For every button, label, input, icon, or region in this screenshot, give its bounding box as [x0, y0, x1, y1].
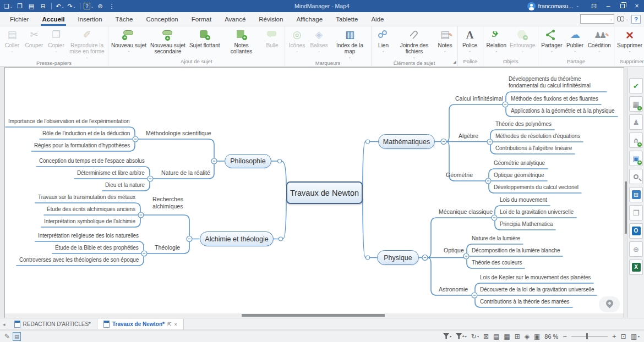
leaf-topic[interactable]: Travaux sur la transmutation des métaux — [38, 194, 135, 201]
new-document-button[interactable]: ❏⌄ — [3, 1, 14, 11]
subtopic-theologie[interactable]: Théologie — [155, 244, 180, 251]
leaf-topic[interactable]: Développements du calcul vectoriel — [494, 184, 578, 191]
coedition-button[interactable]: ♟♟✎Coédition⌄ — [586, 28, 613, 53]
leaf-topic[interactable]: Applications à la géométrie et à la phys… — [511, 107, 615, 114]
leaf-topic[interactable]: Lois du mouvement — [500, 196, 547, 203]
main-topic-mathematiques[interactable]: Mathématiques — [378, 134, 435, 149]
subtopic-methodologie-scientifique[interactable]: Méthodologie scientifique — [146, 130, 211, 137]
search-button[interactable] — [629, 169, 643, 184]
tab-aide[interactable]: Aide — [364, 12, 390, 26]
leaf-topic[interactable]: Contributions à la théorie des marées — [480, 298, 570, 305]
add-task-info-button[interactable]: ▦+ — [629, 96, 643, 112]
add-image-button[interactable]: ▣+ — [629, 151, 643, 166]
tab-format[interactable]: Format — [185, 12, 218, 26]
leaf-topic[interactable]: Importance de l'observation et de l'expé… — [8, 118, 130, 125]
leaf-topic[interactable]: Rôle de l'induction et de la déduction — [42, 130, 130, 137]
main-topic-philosophie[interactable]: Philosophie — [225, 154, 271, 168]
select-tool-button[interactable]: ⊠ — [483, 333, 489, 340]
dialog-launcher-icon[interactable]: ◢ — [453, 60, 456, 64]
tab-tablette[interactable]: Tablette — [329, 12, 364, 26]
more-commands-button[interactable]: ⋮ — [106, 1, 117, 11]
leaf-topic[interactable]: Règles pour la formulation d'hypothèses — [34, 142, 130, 149]
tab-insertion[interactable]: Insertion — [71, 12, 108, 26]
subtopic-algebre[interactable]: Algèbre — [459, 133, 478, 140]
tags-panel-button[interactable]: ◈ — [525, 333, 530, 340]
zoom-out-button[interactable]: − — [563, 332, 567, 340]
outlook-button[interactable]: O — [629, 223, 643, 239]
leaf-topic[interactable]: Théorie des polynômes — [495, 120, 552, 128]
save-button[interactable]: ▤ — [26, 1, 37, 11]
leaf-topic[interactable]: Controverses avec les théologiens de son… — [19, 256, 139, 263]
police-button[interactable]: APolice⌄ — [459, 28, 481, 53]
tab-affichage[interactable]: Affichage — [290, 12, 329, 26]
subtopic-calcul-infinitesimal[interactable]: Calcul infinitésimal — [455, 95, 503, 102]
horizontal-scrollbar[interactable] — [242, 314, 385, 317]
ribbon-search-box[interactable]: ⌄ — [580, 14, 614, 24]
find-binoculars-icon[interactable]: ⌄ — [617, 16, 629, 21]
print-button[interactable]: ⊟ — [37, 1, 48, 11]
leaf-topic[interactable]: Optique géométrique — [494, 172, 544, 179]
leaf-topic[interactable]: Contributions à l'algèbre linéaire — [495, 145, 572, 152]
leaf-topic[interactable]: Étude des écrits alchimiques anciens — [47, 206, 135, 213]
leaf-topic[interactable]: Déterminisme et libre arbitre — [77, 169, 145, 176]
float-tab-icon[interactable]: ⇱ — [167, 322, 172, 327]
leaf-topic[interactable]: Dieu et la nature — [105, 181, 145, 189]
zoom-in-button[interactable]: + — [612, 332, 616, 340]
tab-fichier[interactable]: Fichier — [3, 12, 36, 26]
minimize-button[interactable]: – — [601, 0, 615, 12]
sujet-flottant-button[interactable]: Sujet flottant — [188, 28, 222, 49]
help-button[interactable]: ?⌄ — [83, 1, 94, 11]
quick-filter-button[interactable]: +▾ — [456, 333, 467, 339]
notes-button[interactable]: ▤✎Notes⌄ — [434, 28, 456, 53]
leaf-topic[interactable]: Découverte de la loi de la gravitation u… — [480, 286, 594, 293]
leaf-topic[interactable]: Interprétation symbolique de l'alchimie — [44, 218, 135, 225]
learning-center-button[interactable]: ⊚ — [95, 1, 106, 11]
leaf-topic[interactable]: Méthodes de résolution d'équations — [495, 133, 580, 140]
vertical-scrollbar[interactable] — [625, 181, 627, 234]
tab-conception[interactable]: Conception — [140, 12, 185, 26]
document-tab-redaction-d-articles[interactable]: REDACTION D'ARTICLES* — [8, 319, 97, 329]
leaf-topic[interactable]: Étude de la Bible et des prophéties — [55, 244, 139, 251]
notes-collantes-button[interactable]: Notes collantes — [222, 28, 261, 55]
leaf-topic[interactable]: Méthode des fluxions et des fluantes — [511, 95, 598, 102]
main-topic-physique[interactable]: Physique — [377, 250, 419, 265]
add-subtopic-button[interactable]: ⋔+ — [629, 133, 643, 148]
leaf-topic[interactable]: Décomposition de la lumière blanche — [472, 247, 560, 254]
undo-button[interactable]: ↶⌄ — [54, 1, 66, 11]
zoom-slider[interactable] — [586, 333, 588, 339]
resources-button[interactable]: ♟ — [629, 114, 643, 130]
subtopic-astronomie[interactable]: Astronomie — [439, 286, 468, 293]
ribbon-display-options-button[interactable]: ⊡ — [587, 0, 601, 12]
pen-mode-button[interactable]: ✎ — [4, 333, 10, 340]
leaf-topic[interactable]: Théorie des couleurs — [472, 259, 522, 266]
joindre-des-fichiers-button[interactable]: Joindre des fichiers⌄ — [395, 28, 434, 59]
slides-button[interactable]: ❐ — [629, 205, 643, 220]
panel-layout-button[interactable]: ▥▾ — [631, 333, 640, 340]
subtopic-mecanique-classique[interactable]: Mécanique classique — [439, 208, 493, 216]
close-tab-icon[interactable]: × — [174, 322, 177, 327]
close-button[interactable]: × — [630, 0, 644, 12]
publier-button[interactable]: ☁Publier⌄ — [564, 28, 586, 53]
open-button[interactable]: ❒ — [14, 1, 25, 11]
partager-button[interactable]: Partager⌄ — [539, 28, 564, 53]
central-topic[interactable]: Travaux de Newton — [286, 181, 363, 204]
leaf-topic[interactable]: Lois de Kepler sur le mouvement des plan… — [480, 274, 591, 281]
account-menu[interactable]: francomasu... ⌄ — [527, 2, 580, 10]
subtopic-geometrie[interactable]: Géométrie — [446, 172, 473, 179]
fit-map-button[interactable]: ⊡ — [621, 333, 626, 340]
tab-avance[interactable]: Avancé — [218, 12, 252, 26]
leaf-topic[interactable]: Géométrie analytique — [494, 159, 545, 167]
touch-mode-button[interactable]: ▤ — [13, 332, 21, 341]
excel-export-button[interactable]: X — [629, 260, 643, 275]
nouveau-sujet-secondaire-button[interactable]: Nouveau sujet secondaire — [148, 28, 188, 55]
filter-button[interactable]: ▾ — [443, 333, 451, 339]
index-de-la-map-button[interactable]: ▥Index de la map⌄ — [330, 28, 370, 59]
document-tab-travaux-de-newton[interactable]: Travaux de Newton*⇱× — [97, 319, 184, 329]
search-input[interactable] — [581, 15, 608, 23]
tab-tache[interactable]: Tâche — [109, 12, 140, 26]
leaf-topic[interactable]: Interprétation religieuse des lois natur… — [38, 232, 139, 239]
tab-accueil[interactable]: Accueil — [36, 12, 72, 26]
main-topic-alchimie-et-theologie[interactable]: Alchimie et théologie — [200, 231, 274, 246]
leaf-topic[interactable]: Principia Mathematica — [500, 220, 553, 228]
restore-button[interactable] — [615, 0, 630, 12]
